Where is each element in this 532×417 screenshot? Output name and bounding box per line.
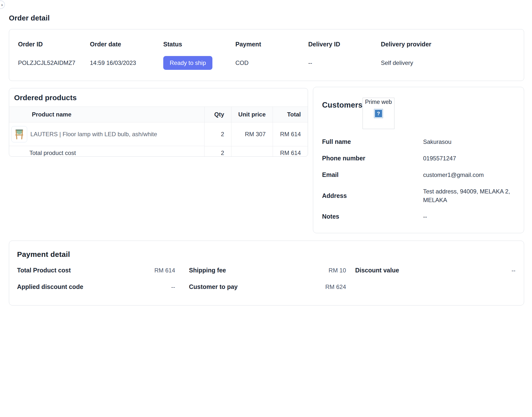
order-id-value: POLZJCJL52AIDMZ7 (18, 59, 75, 66)
email-label: Email (322, 171, 423, 179)
notes-row: Notes -- (322, 212, 515, 221)
delivery-id-field: Delivery ID -- (308, 40, 381, 81)
status-badge[interactable]: Ready to ship (163, 56, 212, 70)
payment-label: Payment (235, 40, 308, 48)
order-id-field: Order ID POLZJCJL52AIDMZ7 (18, 40, 90, 81)
page-title: Order detail (9, 14, 50, 22)
phone-number-value: 0195571247 (423, 154, 515, 163)
delivery-id-value: -- (308, 59, 312, 66)
shipping-fee-label: Shipping fee (189, 267, 226, 274)
shipping-fee-item: Shipping fee RM 10 (189, 267, 346, 274)
total-product-cost-label: Total product cost (9, 146, 204, 157)
table-row: LAUTERS | Floor lamp with LED bulb, ash/… (9, 122, 308, 146)
notes-label: Notes (322, 212, 423, 221)
broken-image-icon: ? (374, 109, 383, 118)
total-product-cost-item: Total Product cost RM 614 (17, 267, 175, 274)
order-date-label: Order date (90, 40, 163, 48)
image-alt-text: Prime web (365, 98, 392, 106)
shipping-fee-value: RM 10 (328, 267, 346, 274)
expand-nav-button[interactable]: › (0, 0, 5, 9)
customers-title: Customers (322, 101, 363, 110)
product-name: LAUTERS | Floor lamp with LED bulb, ash/… (30, 131, 157, 138)
header-total: Total (273, 107, 308, 122)
applied-discount-code-item: Applied discount code -- (17, 283, 175, 290)
status-field: Status Ready to ship (163, 40, 235, 81)
email-row: Email customer1@gmail.com (322, 171, 515, 179)
customer-to-pay-value: RM 624 (325, 284, 346, 290)
order-date-value: 14:59 16/03/2023 (90, 59, 136, 66)
customer-to-pay-item: Customer to pay RM 624 (189, 283, 346, 290)
chevron-right-icon: › (1, 3, 3, 7)
ordered-products-card: Ordered products Product name Qty Unit p… (9, 88, 308, 157)
phone-number-row: Phone number 0195571247 (322, 154, 515, 163)
discount-value-item: Discount value -- (355, 267, 515, 274)
order-date-field: Order date 14:59 16/03/2023 (90, 40, 163, 81)
product-thumbnail (11, 126, 27, 142)
product-qty: 2 (204, 122, 231, 146)
header-qty: Qty (204, 107, 231, 122)
discount-value-label: Discount value (355, 267, 399, 274)
applied-discount-code-value: -- (171, 284, 175, 290)
delivery-provider-label: Delivery provider (381, 40, 515, 48)
payment-field: Payment COD (235, 40, 308, 81)
full-name-label: Full name (322, 137, 423, 146)
product-total: RM 614 (273, 122, 308, 146)
payment-detail-title: Payment detail (17, 250, 524, 259)
ordered-products-title: Ordered products (9, 88, 308, 107)
address-value: Test address, 94009, MELAKA 2, MELAKA (423, 187, 515, 204)
table-footer-row: Total product cost 2 RM 614 (9, 146, 308, 157)
phone-number-label: Phone number (322, 154, 423, 163)
delivery-id-label: Delivery ID (308, 40, 381, 48)
order-id-label: Order ID (18, 40, 90, 48)
email-value: customer1@gmail.com (423, 171, 515, 179)
full-name-row: Full name Sakurasou (322, 137, 515, 146)
applied-discount-code-label: Applied discount code (17, 283, 83, 290)
notes-value: -- (423, 212, 515, 221)
ordered-products-table: Product name Qty Unit price Total (9, 107, 308, 157)
header-product-name: Product name (9, 107, 204, 122)
status-label: Status (163, 40, 235, 48)
total-product-cost-value: RM 614 (154, 267, 175, 274)
total-product-cost-label: Total Product cost (17, 267, 71, 274)
order-summary-card: Order ID POLZJCJL52AIDMZ7 Order date 14:… (9, 29, 524, 81)
discount-value-value: -- (512, 267, 515, 274)
delivery-provider-value: Self delivery (381, 59, 413, 66)
full-name-value: Sakurasou (423, 137, 515, 146)
customer-source-image: Prime web ? (363, 98, 394, 129)
header-unit-price: Unit price (231, 107, 273, 122)
address-row: Address Test address, 94009, MELAKA 2, M… (322, 187, 515, 204)
floor-lamp-thumbnail (14, 128, 25, 140)
payment-detail-card: Payment detail Total Product cost RM 614… (9, 241, 524, 305)
customers-card: Customers Prime web ? Full name Sakuraso… (313, 87, 524, 233)
product-unit-price: RM 307 (231, 122, 273, 146)
address-label: Address (322, 191, 423, 200)
total-cost-value: RM 614 (273, 146, 308, 157)
total-qty: 2 (204, 146, 231, 157)
customer-to-pay-label: Customer to pay (189, 283, 238, 290)
delivery-provider-field: Delivery provider Self delivery (381, 40, 515, 81)
payment-value: COD (235, 59, 248, 66)
